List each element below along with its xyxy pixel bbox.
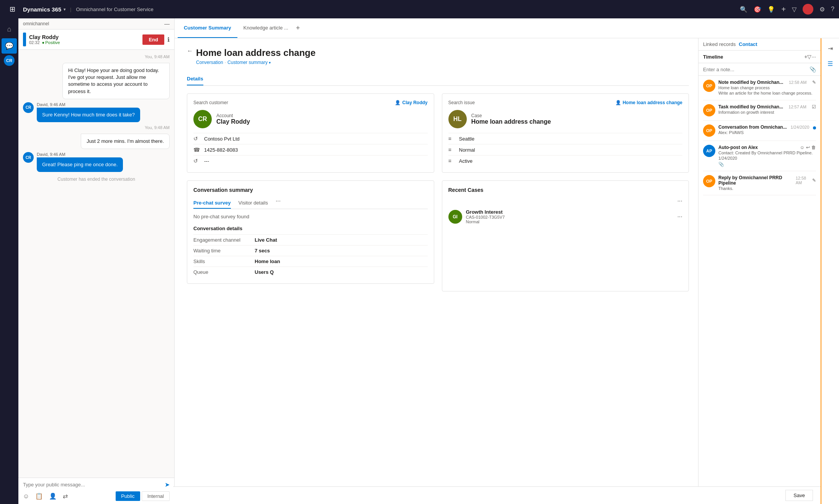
- add-icon[interactable]: +: [781, 5, 786, 14]
- settings-icon[interactable]: ⚙: [819, 6, 825, 13]
- public-mode-button[interactable]: Public: [116, 491, 140, 501]
- timeline-reply-3[interactable]: ↩: [806, 145, 810, 150]
- tab-customer-summary[interactable]: Customer Summary: [178, 18, 237, 38]
- details-tab[interactable]: Details: [187, 73, 203, 85]
- case-card: Search issue 👤 Home loan address change …: [442, 93, 689, 173]
- tab-knowledge-article-label: Knowledge article ...: [244, 25, 288, 31]
- chat-time: 02:32: [29, 40, 40, 45]
- send-message-button[interactable]: ➤: [165, 481, 170, 488]
- timeline-items: OP Note modified by Omnichan... 12:58 AM…: [698, 76, 821, 486]
- search-customer-label: Search customer: [193, 100, 228, 105]
- sidebar-chat-icon[interactable]: 💬: [2, 38, 17, 54]
- linked-records-label: Linked records: [703, 41, 736, 47]
- cards-row-1: Search customer 👤 Clay Roddy CR Ac: [187, 93, 689, 173]
- case-priority-row: ≡ Normal: [448, 144, 683, 155]
- case-search-row: Search issue 👤 Home loan address change: [448, 100, 683, 105]
- detail-row-1: Waiting time 7 secs: [193, 245, 428, 256]
- tab-knowledge-article[interactable]: Knowledge article ...: [237, 18, 294, 38]
- page-title-block: Home loan address change Conversation · …: [196, 47, 316, 71]
- user-avatar[interactable]: [803, 4, 813, 15]
- case-label: Case: [471, 113, 551, 118]
- brand-chevron[interactable]: ▾: [64, 7, 65, 11]
- visitor-details-tab[interactable]: Visitor details: [239, 198, 268, 209]
- filter-icon[interactable]: ▽: [792, 6, 796, 13]
- timeline-edit-0[interactable]: ✎: [812, 80, 816, 85]
- prechat-tab[interactable]: Pre-chat survey: [193, 198, 231, 209]
- message-bubble-1: Hi Clay! Hope your are doing good today.…: [62, 63, 170, 99]
- recent-case-avatar-0: GI: [448, 210, 462, 224]
- save-button[interactable]: Save: [785, 490, 813, 501]
- timeline-time-4: 12:58 AM: [796, 176, 812, 185]
- message-timestamp-3: You, 9:48 AM: [23, 125, 170, 130]
- help-icon[interactable]: ?: [831, 6, 834, 13]
- transfer-button[interactable]: ⇄: [63, 493, 68, 500]
- timeline-avatar-2: OP: [703, 124, 715, 137]
- timeline-subtitle-1: Information on growth interest: [718, 110, 816, 115]
- extra-icon: ↺: [193, 158, 201, 164]
- timeline-avatar-4: OP: [703, 175, 715, 187]
- timeline-delete-3[interactable]: 🗑: [811, 145, 816, 150]
- recent-case-options-0[interactable]: ···: [677, 213, 682, 220]
- end-chat-button[interactable]: End: [142, 34, 164, 45]
- search-icon[interactable]: 🔍: [740, 6, 747, 13]
- customer-link[interactable]: 👤 Clay Roddy: [395, 100, 427, 105]
- timeline-title-2: Conversation from Omnichan...: [718, 124, 787, 130]
- grid-menu-icon[interactable]: ⊞: [5, 2, 20, 17]
- recent-cases-more-btn[interactable]: ···: [677, 198, 682, 205]
- brand-name: Dynamics 365: [23, 6, 61, 13]
- breadcrumb-conversation[interactable]: Conversation: [196, 60, 223, 65]
- contact-label[interactable]: Contact: [739, 41, 757, 47]
- location-icon: ≡: [448, 136, 456, 142]
- chat-input-area: ➤ ☺ 📋 👤 ⇄ Public Internal: [18, 478, 174, 504]
- priority-icon: ≡: [448, 147, 456, 153]
- timeline-filter-btn[interactable]: ▽: [807, 54, 811, 60]
- recent-case-info-0: Growth Interest CAS-01002-T3G5V7 Normal: [466, 209, 674, 224]
- sidebar-cr-avatar[interactable]: CR: [4, 55, 15, 66]
- timeline-subtitle-4: Thanks.: [718, 186, 816, 191]
- back-button[interactable]: ←: [187, 47, 193, 54]
- breadcrumb-separator: ·: [225, 60, 226, 65]
- attachment-button[interactable]: 📋: [35, 493, 43, 500]
- internal-mode-button[interactable]: Internal: [142, 491, 170, 501]
- timeline-note-input[interactable]: [703, 67, 808, 72]
- search-issue-label: Search issue: [448, 100, 475, 105]
- omnichannel-close-btn[interactable]: —: [164, 21, 170, 27]
- chat-info-button[interactable]: ℹ: [167, 36, 170, 43]
- collapse-icon[interactable]: ⇥: [823, 41, 837, 55]
- timeline-item-1: OP Task modified by Omnichan... 12:57 AM…: [703, 100, 816, 121]
- timeline-title-0: Note modified by Omnichan...: [718, 80, 783, 85]
- timeline-check-1[interactable]: ☑: [812, 104, 816, 110]
- top-navigation: ⊞ Dynamics 365 ▾ | Omnichannel for Custo…: [0, 0, 839, 18]
- case-link[interactable]: 👤 Home loan address change: [615, 100, 682, 105]
- timeline-note-row: 📎: [703, 66, 816, 72]
- sidebar-home-icon[interactable]: ⌂: [2, 21, 17, 37]
- main-content: ← Home loan address change Conversation …: [175, 38, 698, 504]
- timeline-edit-4[interactable]: ✎: [812, 178, 816, 183]
- timeline-add-btn[interactable]: +: [804, 54, 807, 60]
- target-icon[interactable]: 🎯: [754, 6, 761, 13]
- more-tabs-button[interactable]: ···: [276, 198, 281, 209]
- timeline-emoji-3[interactable]: ☺: [800, 145, 805, 150]
- lightbulb-icon[interactable]: 💡: [767, 6, 775, 13]
- detail-label-0: Engagement channel: [193, 237, 255, 243]
- positive-icon: ●: [42, 40, 45, 45]
- timeline-content-3: Auto-post on Alex ☺ ↩ 🗑 Contact: Created…: [718, 145, 816, 167]
- person-button[interactable]: 👤: [49, 493, 57, 500]
- sentiment-badge: ● Positive: [42, 40, 60, 45]
- timeline-more-btn[interactable]: ···: [811, 54, 816, 60]
- emoji-button[interactable]: ☺: [23, 493, 29, 500]
- breadcrumb-customer-summary[interactable]: Customer summary ▾: [227, 60, 271, 65]
- chat-message-input[interactable]: [23, 482, 162, 488]
- conversation-summary-card: Conversation summary Pre-chat survey Vis…: [187, 180, 434, 284]
- list-icon[interactable]: ☰: [823, 57, 837, 70]
- customer-person-icon: 👤: [395, 100, 401, 105]
- timeline-avatar-0: OP: [703, 80, 715, 92]
- detail-label-1: Waiting time: [193, 248, 255, 254]
- brand-logo[interactable]: Dynamics 365 ▾: [23, 6, 65, 13]
- customer-extra: ---: [204, 158, 209, 164]
- timeline-clip-btn[interactable]: 📎: [810, 66, 816, 72]
- timeline-time-1: 12:57 AM: [788, 105, 806, 109]
- add-tab-button[interactable]: +: [296, 24, 300, 32]
- case-location: Seattle: [459, 136, 474, 142]
- timeline-clip-3[interactable]: 📎: [718, 162, 724, 167]
